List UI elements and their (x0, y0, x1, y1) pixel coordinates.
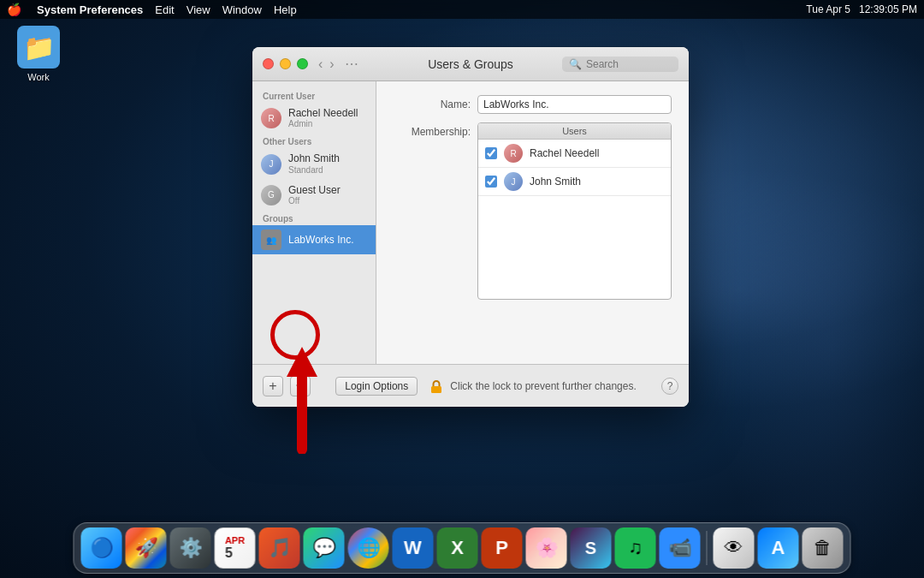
john-member-avatar: J (504, 172, 523, 191)
rachel-checkbox[interactable] (485, 147, 497, 159)
minimize-button[interactable] (280, 58, 291, 69)
menubar: 🍎 System Preferences Edit View Window He… (0, 0, 924, 19)
dock-preview[interactable]: 👁 (714, 527, 755, 569)
rachel-role: Admin (288, 119, 358, 129)
desktop-icon-work[interactable]: 📁 Work (9, 26, 68, 82)
rachel-info: Rachel Needell Admin (288, 107, 358, 129)
work-folder-icon: 📁 (17, 26, 60, 69)
preview-icon: 👁 (725, 537, 743, 559)
dock-system-preferences[interactable]: ⚙️ (170, 527, 211, 569)
sysprefs-icon: ⚙️ (179, 537, 202, 559)
guest-info: Guest User Off (288, 184, 341, 206)
rachel-avatar: R (261, 108, 281, 128)
other-users-label: Other Users (252, 134, 376, 148)
dock-word[interactable]: W (393, 527, 434, 569)
svg-rect-0 (431, 386, 441, 393)
menubar-app-name: System Preferences (37, 3, 143, 16)
grid-icon[interactable]: ⋯ (345, 56, 358, 72)
spotify-icon: ♫ (628, 537, 643, 559)
dock-launchpad[interactable]: 🚀 (126, 527, 167, 569)
membership-label: Membership: (394, 122, 471, 138)
john-name: John Smith (288, 152, 340, 164)
dock-finder[interactable]: 🔵 (81, 527, 122, 569)
menubar-date: Tue Apr 5 (806, 3, 850, 15)
powerpoint-icon: P (495, 537, 508, 559)
membership-section: Membership: Users R Rachel Needell J Joh… (394, 122, 672, 300)
current-user-label: Current User (252, 88, 376, 103)
users-groups-window: ‹ › ⋯ Users & Groups 🔍 Current User R Ra… (252, 47, 689, 407)
dock-zoom[interactable]: 📹 (660, 527, 701, 569)
finder-icon: 🔵 (90, 537, 113, 559)
maximize-button[interactable] (297, 58, 308, 69)
forward-button[interactable]: › (328, 57, 335, 72)
window-bottom: + − Login Options Click the lock to prev… (252, 364, 689, 407)
dock-powerpoint[interactable]: P (482, 527, 523, 569)
itunes-icon: 🎵 (268, 537, 291, 559)
guest-name: Guest User (288, 184, 341, 196)
main-content: Name: Membership: Users R Rachel Needell (376, 81, 689, 364)
search-box[interactable]: 🔍 (562, 57, 678, 72)
help-button[interactable]: ? (661, 378, 678, 395)
john-avatar: J (261, 154, 281, 175)
name-input[interactable] (477, 95, 672, 114)
dock-slack[interactable]: S (571, 527, 612, 569)
remove-user-button[interactable]: − (290, 376, 311, 396)
membership-header: Users (478, 123, 671, 140)
photos-icon: 🌸 (535, 537, 558, 559)
login-options-button[interactable]: Login Options (335, 377, 418, 396)
work-folder-label: Work (27, 72, 49, 82)
nav-arrows: ‹ › (317, 57, 336, 72)
john-checkbox[interactable] (485, 176, 497, 188)
lock-text: Click the lock to prevent further change… (450, 380, 636, 392)
excel-icon: X (451, 537, 464, 559)
menu-window[interactable]: Window (222, 3, 262, 16)
sidebar-item-labworks[interactable]: 👥 LabWorks Inc. (252, 225, 376, 254)
member-row-john[interactable]: J John Smith (478, 168, 671, 196)
slack-icon: S (585, 539, 596, 558)
dock-excel[interactable]: X (437, 527, 478, 569)
sidebar-item-john[interactable]: J John Smith Standard (252, 148, 376, 179)
dock-photos[interactable]: 🌸 (526, 527, 567, 569)
menu-view[interactable]: View (187, 3, 210, 16)
window-buttons (263, 58, 308, 69)
membership-empty-area (478, 196, 671, 299)
sidebar-item-rachel[interactable]: R Rachel Needell Admin (252, 103, 376, 134)
member-row-rachel[interactable]: R Rachel Needell (478, 140, 671, 168)
window-body: Current User R Rachel Needell Admin Othe… (252, 81, 689, 364)
rachel-member-name: Rachel Needell (530, 147, 599, 159)
john-info: John Smith Standard (288, 152, 340, 175)
dock: 🔵 🚀 ⚙️ APR5 🎵 💬 🌐 W X P 🌸 (74, 522, 851, 574)
close-button[interactable] (263, 58, 274, 69)
messages-icon: 💬 (312, 537, 335, 559)
add-user-button[interactable]: + (263, 376, 283, 396)
membership-box: Users R Rachel Needell J John Smith (477, 122, 672, 300)
apple-menu[interactable]: 🍎 (7, 3, 21, 16)
dock-appstore[interactable]: A (758, 527, 799, 569)
lock-icon[interactable] (428, 378, 445, 395)
name-field-row: Name: (394, 95, 672, 114)
dock-spotify[interactable]: ♫ (615, 527, 656, 569)
john-role: Standard (288, 165, 340, 176)
dock-messages[interactable]: 💬 (304, 527, 345, 569)
lock-area: Click the lock to prevent further change… (428, 378, 636, 395)
dock-chrome[interactable]: 🌐 (348, 527, 389, 569)
chrome-icon: 🌐 (357, 537, 380, 559)
sidebar: Current User R Rachel Needell Admin Othe… (252, 81, 376, 364)
search-input[interactable] (586, 58, 672, 70)
menubar-items: Edit View Window Help (155, 3, 296, 16)
sidebar-item-guest[interactable]: G Guest User Off (252, 180, 376, 211)
labworks-avatar: 👥 (261, 229, 281, 250)
dock-divider (707, 531, 708, 565)
dock-itunes[interactable]: 🎵 (259, 527, 300, 569)
groups-label: Groups (252, 211, 376, 225)
dock-calendar[interactable]: APR5 (215, 527, 256, 569)
back-button[interactable]: ‹ (317, 57, 324, 72)
menu-help[interactable]: Help (274, 3, 297, 16)
menubar-right: Tue Apr 5 12:39:05 PM (806, 3, 917, 15)
dock-trash[interactable]: 🗑 (803, 527, 844, 569)
calendar-icon: APR5 (225, 535, 245, 561)
labworks-name: LabWorks Inc. (288, 234, 353, 246)
menu-edit[interactable]: Edit (155, 3, 174, 16)
menubar-left: 🍎 System Preferences Edit View Window He… (7, 3, 297, 16)
name-label: Name: (394, 98, 471, 110)
